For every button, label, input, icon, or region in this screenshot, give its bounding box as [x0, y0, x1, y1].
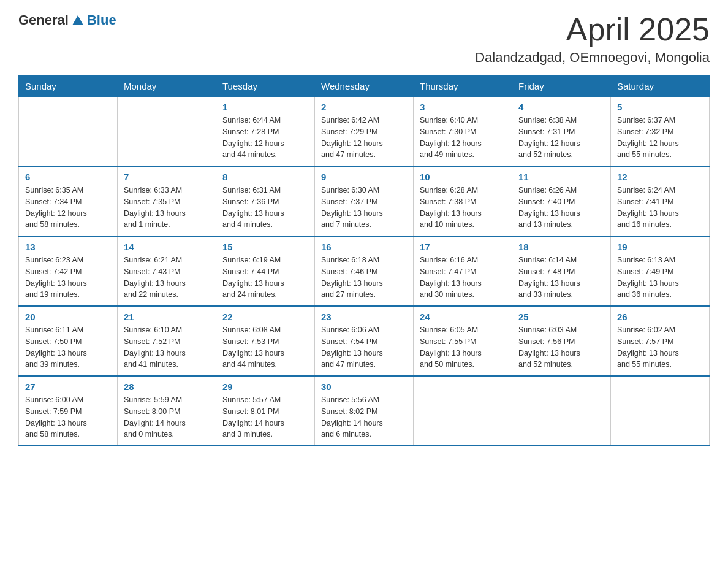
day-number: 6 — [25, 172, 111, 182]
calendar-cell: 3Sunrise: 6:40 AM Sunset: 7:30 PM Daylig… — [414, 97, 512, 167]
day-info: Sunrise: 6:06 AM Sunset: 7:54 PM Dayligh… — [321, 324, 407, 370]
day-info: Sunrise: 6:03 AM Sunset: 7:56 PM Dayligh… — [518, 324, 604, 370]
day-number: 17 — [420, 242, 506, 252]
calendar-table: SundayMondayTuesdayWednesdayThursdayFrid… — [18, 75, 710, 446]
calendar-cell — [414, 376, 512, 446]
day-number: 24 — [420, 312, 506, 322]
day-number: 27 — [25, 381, 111, 392]
day-number: 14 — [124, 242, 210, 252]
day-number: 4 — [518, 102, 604, 112]
calendar-cell: 27Sunrise: 6:00 AM Sunset: 7:59 PM Dayli… — [19, 376, 118, 446]
calendar-cell: 18Sunrise: 6:14 AM Sunset: 7:48 PM Dayli… — [512, 236, 611, 306]
day-number: 25 — [518, 312, 604, 322]
weekday-header-wednesday: Wednesday — [315, 76, 414, 97]
logo: General Blue — [18, 12, 116, 28]
calendar-week-row: 27Sunrise: 6:00 AM Sunset: 7:59 PM Dayli… — [19, 376, 710, 446]
day-info: Sunrise: 6:16 AM Sunset: 7:47 PM Dayligh… — [420, 255, 506, 301]
calendar-cell: 17Sunrise: 6:16 AM Sunset: 7:47 PM Dayli… — [414, 236, 512, 306]
day-info: Sunrise: 6:28 AM Sunset: 7:38 PM Dayligh… — [420, 185, 506, 231]
location-title: Dalandzadgad, OEmnoegovi, Mongolia — [475, 50, 710, 66]
day-info: Sunrise: 5:59 AM Sunset: 8:00 PM Dayligh… — [124, 394, 210, 440]
calendar-cell: 16Sunrise: 6:18 AM Sunset: 7:46 PM Dayli… — [315, 236, 414, 306]
weekday-header-friday: Friday — [512, 76, 611, 97]
day-info: Sunrise: 6:40 AM Sunset: 7:30 PM Dayligh… — [420, 115, 506, 161]
logo-general-text: General — [18, 12, 69, 28]
calendar-cell: 29Sunrise: 5:57 AM Sunset: 8:01 PM Dayli… — [216, 376, 315, 446]
title-block: April 2025 Dalandzadgad, OEmnoegovi, Mon… — [475, 12, 710, 66]
calendar-cell: 10Sunrise: 6:28 AM Sunset: 7:38 PM Dayli… — [414, 166, 512, 236]
calendar-cell: 15Sunrise: 6:19 AM Sunset: 7:44 PM Dayli… — [216, 236, 315, 306]
day-number: 23 — [321, 312, 407, 322]
day-number: 3 — [420, 102, 506, 112]
day-info: Sunrise: 6:14 AM Sunset: 7:48 PM Dayligh… — [518, 255, 604, 301]
logo-triangle-icon — [72, 15, 83, 25]
day-info: Sunrise: 6:00 AM Sunset: 7:59 PM Dayligh… — [25, 394, 111, 440]
calendar-week-row: 20Sunrise: 6:11 AM Sunset: 7:50 PM Dayli… — [19, 306, 710, 376]
calendar-cell: 13Sunrise: 6:23 AM Sunset: 7:42 PM Dayli… — [19, 236, 118, 306]
calendar-week-row: 6Sunrise: 6:35 AM Sunset: 7:34 PM Daylig… — [19, 166, 710, 236]
day-info: Sunrise: 6:35 AM Sunset: 7:34 PM Dayligh… — [25, 185, 111, 231]
day-number: 15 — [222, 242, 308, 252]
calendar-cell: 11Sunrise: 6:26 AM Sunset: 7:40 PM Dayli… — [512, 166, 611, 236]
day-info: Sunrise: 6:31 AM Sunset: 7:36 PM Dayligh… — [222, 185, 308, 231]
weekday-header-thursday: Thursday — [414, 76, 512, 97]
calendar-cell: 28Sunrise: 5:59 AM Sunset: 8:00 PM Dayli… — [118, 376, 216, 446]
day-info: Sunrise: 6:30 AM Sunset: 7:37 PM Dayligh… — [321, 185, 407, 231]
day-info: Sunrise: 6:33 AM Sunset: 7:35 PM Dayligh… — [124, 185, 210, 231]
calendar-cell: 9Sunrise: 6:30 AM Sunset: 7:37 PM Daylig… — [315, 166, 414, 236]
day-number: 21 — [124, 312, 210, 322]
day-info: Sunrise: 5:57 AM Sunset: 8:01 PM Dayligh… — [222, 394, 308, 440]
weekday-header-row: SundayMondayTuesdayWednesdayThursdayFrid… — [19, 76, 710, 97]
calendar-cell: 19Sunrise: 6:13 AM Sunset: 7:49 PM Dayli… — [611, 236, 710, 306]
calendar-cell: 20Sunrise: 6:11 AM Sunset: 7:50 PM Dayli… — [19, 306, 118, 376]
calendar-week-row: 1Sunrise: 6:44 AM Sunset: 7:28 PM Daylig… — [19, 97, 710, 167]
day-info: Sunrise: 6:23 AM Sunset: 7:42 PM Dayligh… — [25, 255, 111, 301]
day-number: 5 — [617, 102, 703, 112]
weekday-header-monday: Monday — [118, 76, 216, 97]
day-info: Sunrise: 6:37 AM Sunset: 7:32 PM Dayligh… — [617, 115, 703, 161]
calendar-cell: 12Sunrise: 6:24 AM Sunset: 7:41 PM Dayli… — [611, 166, 710, 236]
calendar-cell: 21Sunrise: 6:10 AM Sunset: 7:52 PM Dayli… — [118, 306, 216, 376]
day-info: Sunrise: 6:42 AM Sunset: 7:29 PM Dayligh… — [321, 115, 407, 161]
calendar-cell: 7Sunrise: 6:33 AM Sunset: 7:35 PM Daylig… — [118, 166, 216, 236]
calendar-cell — [611, 376, 710, 446]
day-info: Sunrise: 6:18 AM Sunset: 7:46 PM Dayligh… — [321, 255, 407, 301]
calendar-cell: 14Sunrise: 6:21 AM Sunset: 7:43 PM Dayli… — [118, 236, 216, 306]
weekday-header-saturday: Saturday — [611, 76, 710, 97]
day-number: 30 — [321, 381, 407, 392]
calendar-cell: 1Sunrise: 6:44 AM Sunset: 7:28 PM Daylig… — [216, 97, 315, 167]
day-number: 1 — [222, 102, 308, 112]
day-info: Sunrise: 6:10 AM Sunset: 7:52 PM Dayligh… — [124, 324, 210, 370]
calendar-cell: 6Sunrise: 6:35 AM Sunset: 7:34 PM Daylig… — [19, 166, 118, 236]
month-title: April 2025 — [475, 12, 710, 47]
page-header: General Blue April 2025 Dalandzadgad, OE… — [18, 12, 710, 66]
calendar-cell: 25Sunrise: 6:03 AM Sunset: 7:56 PM Dayli… — [512, 306, 611, 376]
day-number: 29 — [222, 381, 308, 392]
day-number: 16 — [321, 242, 407, 252]
day-number: 8 — [222, 172, 308, 182]
logo-blue-text: Blue — [87, 12, 116, 28]
day-number: 19 — [617, 242, 703, 252]
calendar-cell: 24Sunrise: 6:05 AM Sunset: 7:55 PM Dayli… — [414, 306, 512, 376]
calendar-cell: 4Sunrise: 6:38 AM Sunset: 7:31 PM Daylig… — [512, 97, 611, 167]
day-info: Sunrise: 6:44 AM Sunset: 7:28 PM Dayligh… — [222, 115, 308, 161]
day-number: 13 — [25, 242, 111, 252]
day-info: Sunrise: 6:13 AM Sunset: 7:49 PM Dayligh… — [617, 255, 703, 301]
calendar-week-row: 13Sunrise: 6:23 AM Sunset: 7:42 PM Dayli… — [19, 236, 710, 306]
calendar-cell: 22Sunrise: 6:08 AM Sunset: 7:53 PM Dayli… — [216, 306, 315, 376]
day-number: 12 — [617, 172, 703, 182]
day-info: Sunrise: 6:38 AM Sunset: 7:31 PM Dayligh… — [518, 115, 604, 161]
day-number: 9 — [321, 172, 407, 182]
day-number: 20 — [25, 312, 111, 322]
day-info: Sunrise: 6:08 AM Sunset: 7:53 PM Dayligh… — [222, 324, 308, 370]
day-info: Sunrise: 6:05 AM Sunset: 7:55 PM Dayligh… — [420, 324, 506, 370]
calendar-cell: 26Sunrise: 6:02 AM Sunset: 7:57 PM Dayli… — [611, 306, 710, 376]
day-info: Sunrise: 5:56 AM Sunset: 8:02 PM Dayligh… — [321, 394, 407, 440]
day-info: Sunrise: 6:21 AM Sunset: 7:43 PM Dayligh… — [124, 255, 210, 301]
calendar-cell: 5Sunrise: 6:37 AM Sunset: 7:32 PM Daylig… — [611, 97, 710, 167]
weekday-header-tuesday: Tuesday — [216, 76, 315, 97]
calendar-cell: 30Sunrise: 5:56 AM Sunset: 8:02 PM Dayli… — [315, 376, 414, 446]
calendar-cell — [19, 97, 118, 167]
day-info: Sunrise: 6:11 AM Sunset: 7:50 PM Dayligh… — [25, 324, 111, 370]
day-number: 22 — [222, 312, 308, 322]
